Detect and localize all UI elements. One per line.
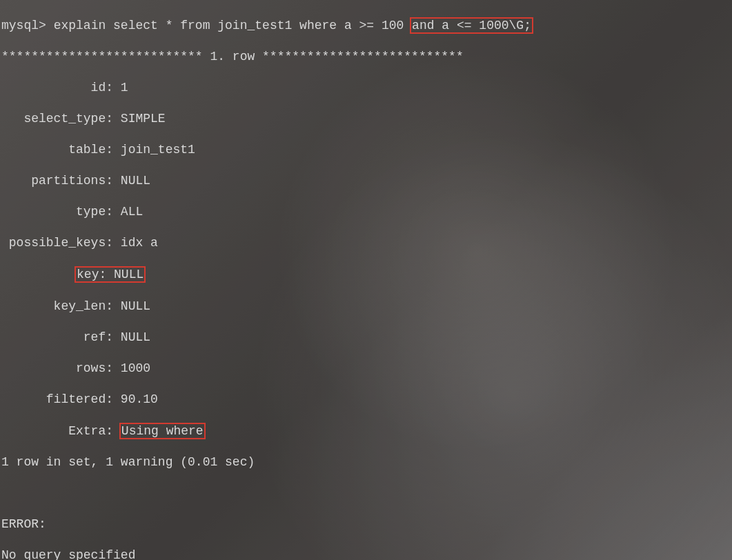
field-value: 1000 xyxy=(121,361,150,375)
field-table: table: join_test1 xyxy=(1,142,731,158)
field-label: type xyxy=(1,204,106,220)
blank-line xyxy=(1,486,731,501)
field-possible-keys: possible_keys: idx a xyxy=(1,235,731,251)
field-extra: Extra: Using where xyxy=(1,423,731,439)
field-label: select_type xyxy=(1,111,106,127)
highlight-box-query-tail: and a <= 1000\G; xyxy=(410,17,533,34)
field-label: rows xyxy=(1,361,106,377)
field-value: idx a xyxy=(121,236,158,250)
field-label: partitions xyxy=(1,173,106,189)
field-label: filtered xyxy=(1,392,106,408)
field-key-len: key_len: NULL xyxy=(1,299,731,314)
field-label: id xyxy=(1,80,106,96)
field-value: ALL xyxy=(121,205,143,219)
field-partitions: partitions: NULL xyxy=(1,173,731,189)
field-label: table xyxy=(1,142,106,158)
field-value: NULL xyxy=(121,299,150,313)
field-type: type: ALL xyxy=(1,204,731,220)
cmd-line: mysql> explain select * from join_test1 … xyxy=(1,17,731,34)
field-filtered: filtered: 90.10 xyxy=(1,392,731,408)
field-value: NULL xyxy=(121,174,150,188)
field-value: 1 xyxy=(121,81,128,94)
field-value: NULL xyxy=(114,268,144,281)
field-label: key xyxy=(77,268,99,281)
field-key: key: NULL xyxy=(1,266,731,283)
field-value: SIMPLE xyxy=(121,112,166,126)
prompt-text: mysql> xyxy=(1,19,54,32)
error-header: ERROR: xyxy=(1,517,731,532)
field-label: Extra xyxy=(1,423,106,439)
field-id: id: 1 xyxy=(1,80,731,96)
field-select-type: select_type: SIMPLE xyxy=(1,111,731,127)
cmd-text-boxed: and a <= 1000\G; xyxy=(412,19,531,32)
field-label: possible_keys xyxy=(1,235,106,251)
cmd-text-before: explain select * from join_test1 where a… xyxy=(54,19,411,32)
highlight-box-key: key: NULL xyxy=(75,266,146,283)
error-message: No query specified xyxy=(1,548,731,560)
field-value: Using where xyxy=(121,424,204,438)
field-label: ref xyxy=(1,330,106,346)
highlight-box-extra: Using where xyxy=(119,423,206,439)
field-rows: rows: 1000 xyxy=(1,361,731,377)
field-value: join_test1 xyxy=(121,143,195,157)
field-label: key_len xyxy=(1,299,106,314)
row-separator: *************************** 1. row *****… xyxy=(1,49,731,65)
field-value: NULL xyxy=(121,330,150,344)
field-value: 90.10 xyxy=(121,392,158,406)
terminal-output[interactable]: mysql> explain select * from join_test1 … xyxy=(0,0,732,560)
summary-line: 1 row in set, 1 warning (0.01 sec) xyxy=(1,454,731,470)
field-ref: ref: NULL xyxy=(1,330,731,346)
